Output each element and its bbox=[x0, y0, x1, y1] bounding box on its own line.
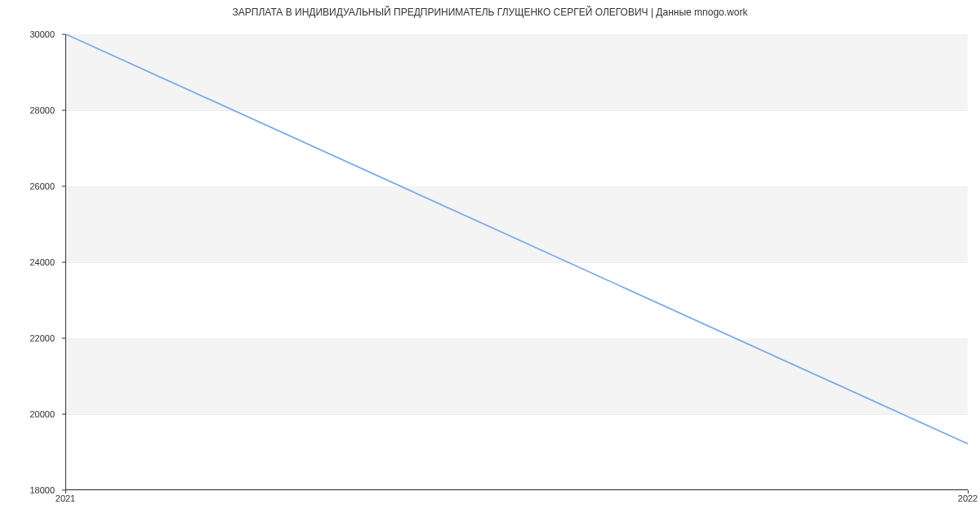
x-tick-label: 2021 bbox=[56, 493, 75, 503]
y-tick-mark bbox=[62, 414, 65, 415]
chart-plot-area bbox=[65, 34, 968, 490]
x-axis: 20212022 bbox=[65, 493, 968, 510]
y-tick-mark bbox=[62, 338, 65, 339]
y-tick-mark bbox=[62, 34, 65, 35]
y-tick-label: 20000 bbox=[29, 409, 55, 419]
y-tick-label: 22000 bbox=[29, 333, 55, 343]
y-tick-label: 26000 bbox=[29, 181, 55, 191]
gridline bbox=[66, 490, 968, 491]
x-tick-mark bbox=[968, 490, 969, 493]
y-axis: 18000200002200024000260002800030000 bbox=[0, 34, 61, 490]
chart-title: ЗАРПЛАТА В ИНДИВИДУАЛЬНЫЙ ПРЕДПРИНИМАТЕЛ… bbox=[0, 0, 980, 18]
y-tick-label: 18000 bbox=[29, 485, 55, 495]
y-tick-label: 28000 bbox=[29, 105, 55, 115]
x-tick-mark bbox=[65, 490, 66, 493]
y-tick-mark bbox=[62, 262, 65, 263]
y-tick-label: 30000 bbox=[29, 29, 55, 39]
data-line bbox=[66, 34, 968, 444]
y-tick-label: 24000 bbox=[29, 257, 55, 267]
y-tick-mark bbox=[62, 110, 65, 111]
y-tick-mark bbox=[62, 186, 65, 187]
x-tick-label: 2022 bbox=[958, 493, 978, 503]
